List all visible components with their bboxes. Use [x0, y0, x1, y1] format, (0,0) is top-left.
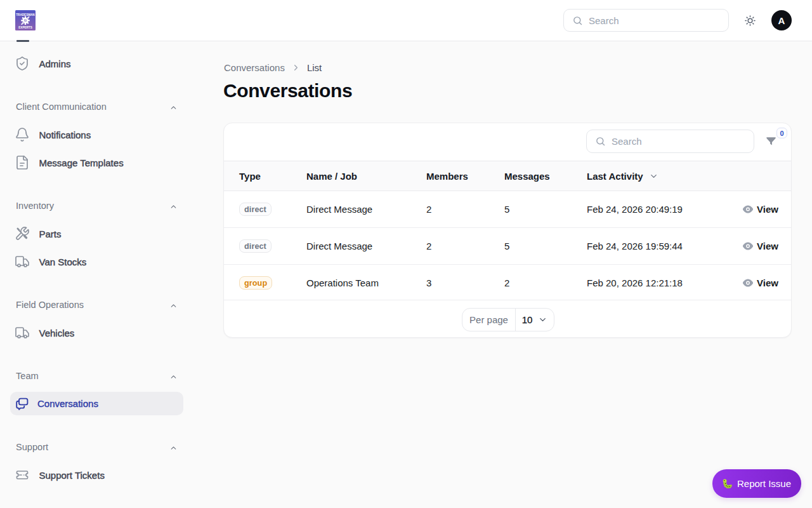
svg-text:EXPERTS: EXPERTS — [18, 26, 32, 29]
svg-text:TRADESMAN: TRADESMAN — [16, 13, 35, 17]
